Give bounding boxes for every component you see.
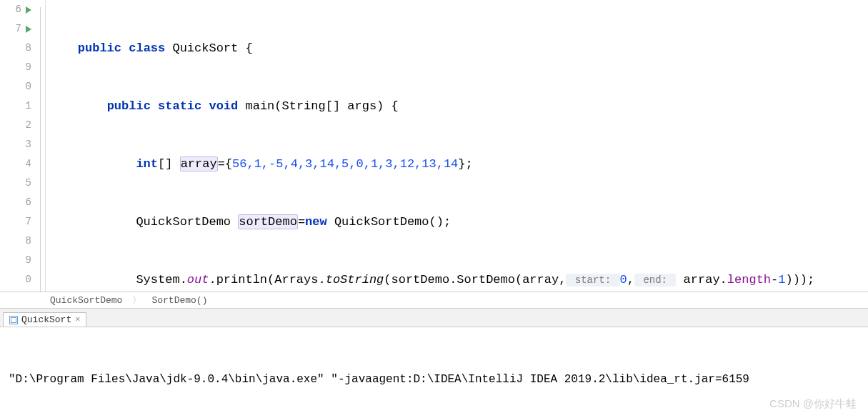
gutter-line[interactable]: 9: [0, 251, 31, 270]
gutter-line[interactable]: 6: [0, 0, 31, 19]
param-hint: end:: [634, 274, 676, 287]
chevron-right-icon: 〉: [132, 294, 141, 307]
run-icon[interactable]: [26, 6, 31, 14]
code-line[interactable]: int[] array={56,1,-5,4,3,14,5,0,1,3,12,1…: [49, 154, 868, 174]
gutter-line[interactable]: 7: [0, 19, 31, 39]
gutter: 6 7 8 9 0 1 2 3 4 5 6 7 8 9 0: [0, 0, 36, 292]
gutter-line[interactable]: 5: [0, 174, 31, 193]
run-config-icon: [9, 316, 18, 324]
gutter-line[interactable]: 7: [0, 212, 31, 232]
param-hint: start:: [566, 274, 619, 287]
gutter-line[interactable]: 1: [0, 96, 31, 116]
run-tab-label: QuickSort: [21, 314, 71, 325]
code-line[interactable]: System.out.println(Arrays.toString(sortD…: [49, 270, 868, 289]
fold-column[interactable]: [36, 0, 46, 292]
code-line[interactable]: public static void main(String[] args) {: [49, 96, 868, 116]
breadcrumb: QuickSortDemo 〉 SortDemo(): [0, 292, 868, 309]
watermark: CSDN @你好牛蛙: [769, 397, 857, 411]
gutter-line[interactable]: 0: [0, 270, 31, 289]
code-area[interactable]: public class QuickSort { public static v…: [46, 0, 868, 292]
console-line: "D:\Program Files\Java\jdk-9.0.4\bin\jav…: [9, 370, 859, 389]
gutter-line[interactable]: 0: [0, 77, 31, 96]
breadcrumb-item[interactable]: QuickSortDemo: [50, 295, 122, 306]
run-icon[interactable]: [26, 26, 31, 33]
gutter-line[interactable]: 4: [0, 154, 31, 174]
close-icon[interactable]: ×: [75, 315, 80, 325]
run-tab-bar: QuickSort ×: [0, 309, 868, 327]
gutter-line[interactable]: 2: [0, 116, 31, 135]
run-tab[interactable]: QuickSort ×: [3, 312, 86, 327]
gutter-line[interactable]: 6: [0, 193, 31, 212]
gutter-line[interactable]: 3: [0, 135, 31, 154]
gutter-line[interactable]: 8: [0, 232, 31, 251]
breadcrumb-item[interactable]: SortDemo(): [151, 295, 207, 306]
gutter-line[interactable]: 9: [0, 58, 31, 77]
code-line[interactable]: public class QuickSort {: [49, 39, 868, 58]
code-line[interactable]: QuickSortDemo sortDemo=new QuickSortDemo…: [49, 212, 868, 232]
gutter-line[interactable]: 8: [0, 39, 31, 58]
console-output[interactable]: "D:\Program Files\Java\jdk-9.0.4\bin\jav…: [0, 327, 868, 418]
editor-area: 6 7 8 9 0 1 2 3 4 5 6 7 8 9 0 public cla…: [0, 0, 868, 292]
